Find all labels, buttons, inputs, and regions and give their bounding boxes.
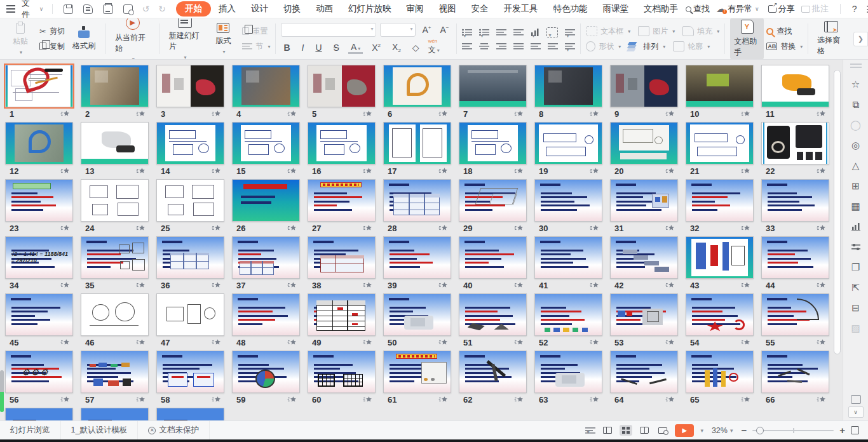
- slide-thumbnail-46[interactable]: [81, 293, 149, 336]
- align-center-icon[interactable]: [479, 43, 489, 50]
- flash-star-icon[interactable]: [136, 338, 146, 347]
- layout-button[interactable]: 版式: [207, 21, 240, 57]
- flash-star-icon[interactable]: [60, 396, 71, 404]
- flash-star-icon[interactable]: [136, 396, 146, 404]
- slide-thumbnail-34[interactable]: √2 ≈ 1.414 = 1188/841 = 297/210: [5, 236, 73, 279]
- flash-star-icon[interactable]: [590, 338, 600, 347]
- strikethrough-button[interactable]: S: [331, 43, 342, 53]
- main-menu-icon[interactable]: [6, 5, 15, 13]
- tab-审阅[interactable]: 审阅: [399, 1, 431, 17]
- flash-star-icon[interactable]: [363, 110, 373, 118]
- flash-star-icon[interactable]: [665, 224, 675, 232]
- reset-button[interactable]: 重置: [242, 26, 270, 37]
- print-icon[interactable]: [103, 4, 112, 14]
- view-normal-icon[interactable]: [601, 425, 614, 436]
- flash-star-icon[interactable]: [665, 338, 675, 347]
- flash-star-icon[interactable]: [136, 281, 146, 290]
- flash-star-icon[interactable]: [665, 110, 675, 118]
- slide-thumbnail-55[interactable]: [761, 293, 829, 336]
- slide-thumbnail-57[interactable]: [81, 351, 149, 393]
- section-button[interactable]: 节: [242, 41, 270, 52]
- left-progress-scrollbar[interactable]: [0, 370, 4, 412]
- cloud-sync-status[interactable]: ☁!有异常∨: [716, 3, 762, 15]
- tab-开发工具[interactable]: 开发工具: [496, 1, 546, 17]
- comment-button[interactable]: 批注: [801, 3, 829, 15]
- font-name-select[interactable]: [281, 23, 376, 37]
- flash-star-icon[interactable]: [287, 110, 297, 118]
- flash-star-icon[interactable]: [741, 167, 751, 175]
- numbered-list-icon[interactable]: [479, 29, 489, 36]
- tab-开始[interactable]: 开始: [176, 1, 211, 17]
- table-panel-icon[interactable]: ⊞: [848, 178, 864, 194]
- paste-button[interactable]: 粘贴: [4, 21, 37, 57]
- flash-star-icon[interactable]: [514, 396, 524, 404]
- flash-star-icon[interactable]: [514, 338, 524, 347]
- flash-star-icon[interactable]: [60, 110, 71, 118]
- view-reading-icon[interactable]: [638, 425, 651, 436]
- textbox-button[interactable]: 文本框: [586, 26, 630, 37]
- flash-star-icon[interactable]: [363, 167, 373, 175]
- slide-thumbnail-65[interactable]: [686, 351, 754, 393]
- flash-star-icon[interactable]: [212, 281, 222, 290]
- beautify-star-icon[interactable]: ☆: [848, 77, 864, 93]
- slide-thumbnail-63[interactable]: [534, 351, 602, 393]
- slideshow-play-button[interactable]: ▶: [675, 424, 694, 437]
- slide-thumbnail-54[interactable]: [686, 293, 754, 336]
- tab-动画[interactable]: 动画: [308, 1, 341, 17]
- flash-star-icon[interactable]: [590, 224, 600, 232]
- flash-star-icon[interactable]: [590, 396, 600, 404]
- fit-to-window-icon[interactable]: [851, 426, 859, 434]
- flash-star-icon[interactable]: [741, 224, 751, 232]
- slide-thumbnail-32[interactable]: [686, 179, 754, 222]
- flash-star-icon[interactable]: [817, 281, 827, 290]
- flash-star-icon[interactable]: [287, 167, 297, 175]
- flash-star-icon[interactable]: [212, 224, 222, 232]
- notes-icon[interactable]: [585, 427, 595, 434]
- flash-star-icon[interactable]: [514, 167, 524, 175]
- page-preview-icon[interactable]: [851, 395, 861, 404]
- slide-thumbnail-64[interactable]: [610, 351, 678, 393]
- vertical-scrollbar[interactable]: [834, 65, 841, 417]
- slide-thumbnail-2[interactable]: [81, 65, 149, 107]
- slide-thumbnail-25[interactable]: [156, 179, 224, 222]
- flash-star-icon[interactable]: [817, 338, 827, 347]
- text-frame-icon[interactable]: [546, 27, 558, 37]
- slide-thumbnail-3[interactable]: [156, 65, 224, 107]
- font-size-select[interactable]: [380, 23, 416, 37]
- slide-thumbnail-45[interactable]: [5, 293, 73, 336]
- view-slide-sorter-icon[interactable]: [620, 425, 632, 436]
- layout-grid-icon[interactable]: ▦: [848, 199, 864, 215]
- flash-star-icon[interactable]: [287, 338, 297, 347]
- protection-status[interactable]: ✕文档未保护: [138, 421, 210, 439]
- text-direction-icon[interactable]: [531, 29, 539, 36]
- flash-star-icon[interactable]: [212, 396, 222, 404]
- flash-star-icon[interactable]: [438, 110, 449, 118]
- flash-star-icon[interactable]: [514, 281, 524, 290]
- slide-thumbnail-18[interactable]: [459, 122, 527, 164]
- slide-thumbnail-56[interactable]: ⚙⚙⚙: [5, 351, 73, 393]
- bold-button[interactable]: B: [281, 43, 292, 53]
- slide-thumbnail-9[interactable]: [610, 65, 678, 107]
- flash-star-icon[interactable]: [741, 110, 751, 118]
- flash-star-icon[interactable]: [438, 338, 449, 347]
- slide-thumbnail-4[interactable]: [232, 65, 300, 107]
- settings-sliders-icon[interactable]: [848, 239, 864, 255]
- slide-thumbnail-41[interactable]: [534, 236, 602, 279]
- view-slideshow-icon[interactable]: [656, 425, 669, 436]
- slide-thumbnail-17[interactable]: [383, 122, 451, 164]
- slide-thumbnail-37[interactable]: [232, 236, 300, 279]
- slide-thumbnail-6[interactable]: [383, 65, 451, 107]
- slide-thumbnail-44[interactable]: [761, 236, 829, 279]
- slide-thumbnail-30[interactable]: [534, 179, 602, 222]
- zoom-slider-knob[interactable]: [756, 427, 764, 434]
- italic-button[interactable]: I: [299, 43, 307, 53]
- flash-star-icon[interactable]: [363, 224, 373, 232]
- slide-thumbnail-11[interactable]: [761, 65, 829, 107]
- increase-indent-icon[interactable]: [513, 29, 524, 36]
- flash-star-icon[interactable]: [212, 167, 222, 175]
- clear-format-icon[interactable]: ◇: [410, 43, 422, 53]
- flash-star-icon[interactable]: [817, 396, 827, 404]
- slide-thumbnail-66[interactable]: [761, 351, 829, 393]
- slide-thumbnail-26[interactable]: [232, 179, 300, 222]
- image-pages-icon[interactable]: ❐: [848, 260, 864, 276]
